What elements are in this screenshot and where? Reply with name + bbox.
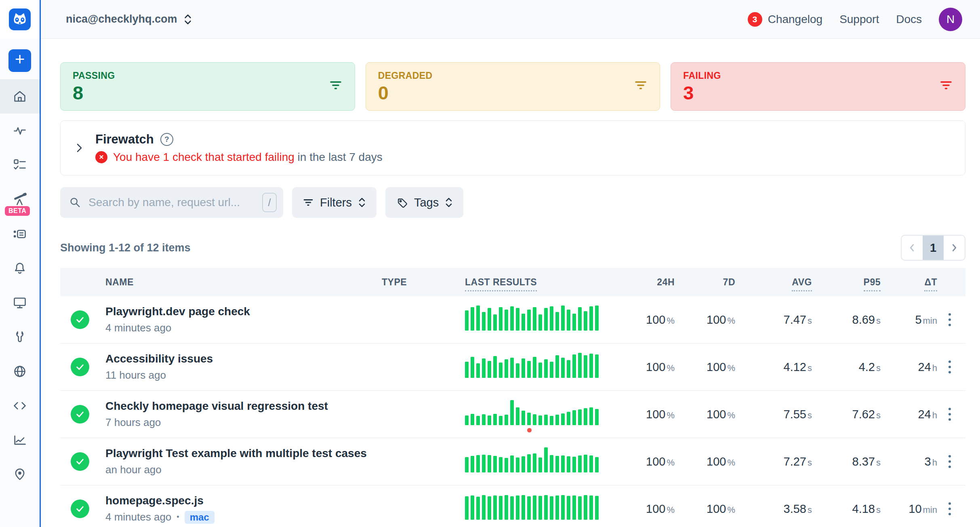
result-bar[interactable] [561,413,565,425]
failed-result-dot[interactable] [527,428,532,432]
result-bar[interactable] [510,306,514,331]
changelog-link[interactable]: Changelog [768,13,822,26]
header-name[interactable]: NAME [105,277,382,288]
sidebar-item-traces-beta[interactable]: BETA [0,182,40,217]
result-bar[interactable] [499,496,503,520]
header-24h[interactable]: 24H [616,277,675,288]
result-bar[interactable] [544,495,548,520]
filters-button[interactable]: Filters [292,187,376,218]
result-bar[interactable] [505,310,508,331]
result-bar[interactable] [493,414,497,425]
result-bar[interactable] [567,360,570,378]
result-bar[interactable] [471,414,474,425]
changelog-count-badge[interactable]: 3 [748,12,762,27]
result-bar[interactable] [522,495,525,520]
result-bar[interactable] [522,358,525,378]
expand-chevron-icon[interactable] [74,141,84,155]
result-bar[interactable] [488,415,491,425]
result-bar[interactable] [550,306,553,331]
result-bar[interactable] [499,363,503,378]
passing-card[interactable]: PASSING 8 [60,62,355,111]
result-bar[interactable] [555,355,559,378]
row-menu-button[interactable] [937,499,962,519]
table-row[interactable]: Accessibility issues 11 hours ago • 100%… [60,344,965,391]
result-bar[interactable] [465,362,469,378]
result-bar[interactable] [493,356,497,378]
header-7d[interactable]: 7D [675,277,735,288]
result-bar[interactable] [471,495,474,520]
check-name[interactable]: Playwright Test example with multiple te… [105,447,382,460]
result-bar[interactable] [516,308,519,331]
prev-page-button[interactable] [902,236,923,260]
result-bar[interactable] [527,310,531,331]
last-results-chart[interactable] [465,352,616,378]
sidebar-item-runtimes[interactable] [0,388,40,423]
result-bar[interactable] [538,363,542,378]
sidebar-item-checks[interactable] [0,148,40,182]
result-bar[interactable] [572,495,576,520]
result-bar[interactable] [567,310,570,331]
support-link[interactable]: Support [839,13,879,26]
result-bar[interactable] [482,495,486,520]
result-bar[interactable] [465,457,469,472]
result-bar[interactable] [595,457,599,472]
result-bar[interactable] [555,415,559,425]
result-bar[interactable] [510,496,514,520]
result-bar[interactable] [561,455,565,472]
result-bar[interactable] [510,400,514,425]
result-bar[interactable] [589,407,593,425]
docs-link[interactable]: Docs [896,13,922,26]
degraded-card[interactable]: DEGRADED 0 [366,62,660,111]
last-results-chart[interactable] [465,305,616,331]
table-row[interactable]: Playwright Test example with multiple te… [60,438,965,485]
result-bar[interactable] [544,308,548,331]
result-bar[interactable] [550,362,553,378]
result-bar[interactable] [589,495,593,520]
result-bar[interactable] [538,415,542,425]
result-bar[interactable] [533,357,536,378]
result-bar[interactable] [482,358,486,378]
search-box[interactable]: / [60,187,283,218]
search-input[interactable] [88,196,255,209]
result-bar[interactable] [488,308,491,331]
result-bar[interactable] [578,496,582,520]
row-menu-button[interactable] [937,357,962,377]
result-bar[interactable] [589,455,593,472]
result-bar[interactable] [499,307,503,331]
result-bar[interactable] [550,416,553,425]
sidebar-item-locations[interactable] [0,457,40,491]
result-bar[interactable] [595,306,599,331]
sidebar-item-alerts[interactable] [0,251,40,285]
result-bar[interactable] [476,416,480,425]
table-row[interactable]: Checkly homepage visual regression test … [60,391,965,438]
result-bar[interactable] [505,359,508,378]
result-bar[interactable] [578,409,582,425]
sidebar-item-maintenance[interactable] [0,320,40,354]
result-bar[interactable] [482,312,486,331]
last-results-chart[interactable] [465,399,616,425]
result-bar[interactable] [533,495,536,520]
result-bar[interactable] [544,447,548,472]
sidebar-item-home[interactable] [0,79,40,114]
result-bar[interactable] [476,497,480,520]
result-bar[interactable] [522,314,525,331]
result-bar[interactable] [533,414,536,425]
result-bar[interactable] [493,314,497,331]
result-bar[interactable] [595,354,599,378]
result-bar[interactable] [584,355,587,378]
checkly-raccoon-logo[interactable] [9,8,31,30]
result-bar[interactable] [538,457,542,472]
result-bar[interactable] [505,495,508,520]
row-menu-button[interactable] [937,452,962,471]
sidebar-item-analytics[interactable] [0,423,40,457]
check-name[interactable]: Accessibility issues [105,352,382,365]
result-bar[interactable] [572,457,576,472]
result-bar[interactable] [465,496,469,520]
result-bar[interactable] [471,456,474,472]
result-bar[interactable] [555,495,559,520]
result-bar[interactable] [476,363,480,378]
result-bar[interactable] [550,496,553,520]
result-bar[interactable] [555,312,559,331]
header-avg[interactable]: AVG [735,277,812,288]
sidebar-item-monitoring[interactable] [0,114,40,148]
